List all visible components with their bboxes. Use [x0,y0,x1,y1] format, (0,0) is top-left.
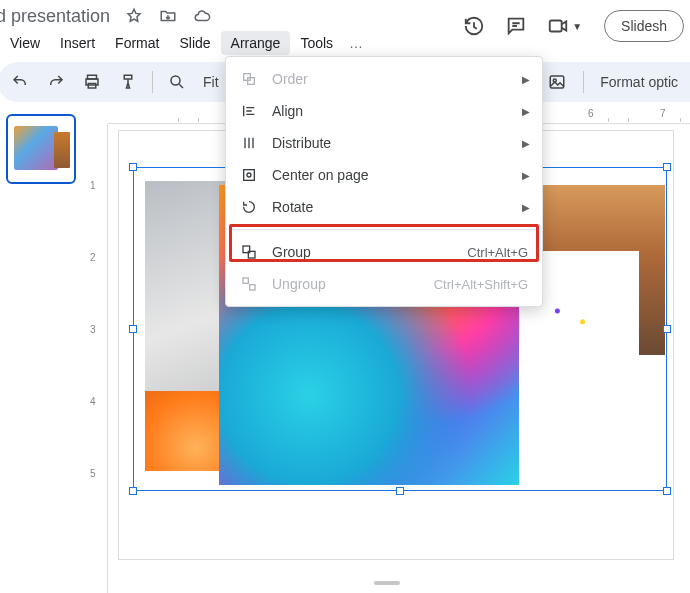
arrange-menu: Order ▶ Align ▶ Distribute ▶ Center on p… [225,56,543,307]
toolbar-separator [152,71,153,93]
video-icon [546,14,570,38]
zoom-label[interactable]: Fit [199,74,223,90]
distribute-icon [240,134,258,152]
svg-point-4 [171,76,180,85]
ungroup-icon [240,275,258,293]
redo-icon[interactable] [42,68,70,96]
ruler-tick: 6 [588,108,594,119]
svg-rect-0 [550,21,562,32]
svg-rect-13 [243,278,248,283]
slide-thumbnails-panel [0,104,84,593]
slide-pager-handle[interactable] [374,581,400,585]
menu-item-ungroup: Ungroup Ctrl+Alt+Shift+G [226,268,542,300]
svg-rect-9 [244,170,255,181]
menu-item-label: Ungroup [272,276,326,292]
menu-item-label: Rotate [272,199,313,215]
doc-title[interactable]: d presentation [0,6,110,27]
star-icon[interactable] [124,6,144,26]
history-icon[interactable] [462,14,486,38]
menu-item-label: Align [272,103,303,119]
resize-handle-nw[interactable] [129,163,137,171]
ruler-tick: 3 [90,324,96,335]
menu-arrange[interactable]: Arrange [221,31,291,55]
menu-item-align[interactable]: Align ▶ [226,95,542,127]
menu-item-shortcut: Ctrl+Alt+Shift+G [434,277,528,292]
vertical-ruler: 1 2 3 4 5 [84,124,108,593]
group-icon [240,243,258,261]
submenu-arrow-icon: ▶ [522,138,530,149]
submenu-arrow-icon: ▶ [522,170,530,181]
submenu-arrow-icon: ▶ [522,202,530,213]
resize-handle-se[interactable] [663,487,671,495]
undo-icon[interactable] [6,68,34,96]
paint-format-icon[interactable] [114,68,142,96]
resize-handle-s[interactable] [396,487,404,495]
ruler-tick: 5 [90,468,96,479]
menu-item-order[interactable]: Order ▶ [226,63,542,95]
menu-insert[interactable]: Insert [50,31,105,55]
menu-item-center-on-page[interactable]: Center on page ▶ [226,159,542,191]
resize-handle-sw[interactable] [129,487,137,495]
move-folder-icon[interactable] [158,6,178,26]
thumbnail-preview [54,132,70,168]
menu-item-label: Order [272,71,308,87]
ruler-tick: 2 [90,252,96,263]
menu-separator [226,229,542,230]
zoom-icon[interactable] [163,68,191,96]
rotate-icon [240,198,258,216]
format-options-button[interactable]: Format optic [596,74,682,90]
align-icon [240,102,258,120]
menu-format[interactable]: Format [105,31,169,55]
menu-overflow[interactable]: … [343,31,369,55]
svg-rect-5 [550,76,564,88]
slide-thumbnail-1[interactable] [6,114,76,184]
ruler-tick: 4 [90,396,96,407]
menu-tools[interactable]: Tools [290,31,343,55]
thumbnail-preview [14,126,58,170]
menu-item-label: Center on page [272,167,369,183]
menu-slide[interactable]: Slide [169,31,220,55]
center-icon [240,166,258,184]
slideshow-button[interactable]: Slidesh [604,10,684,42]
submenu-arrow-icon: ▶ [522,74,530,85]
svg-rect-14 [250,285,255,290]
insert-image-icon[interactable] [543,68,571,96]
menu-item-distribute[interactable]: Distribute ▶ [226,127,542,159]
ruler-tick: 7 [660,108,666,119]
svg-point-10 [247,173,251,177]
cloud-status-icon[interactable] [192,6,212,26]
menu-item-rotate[interactable]: Rotate ▶ [226,191,542,223]
comments-icon[interactable] [504,14,528,38]
order-icon [240,70,258,88]
caret-down-icon: ▼ [572,21,582,32]
menu-view[interactable]: View [0,31,50,55]
menu-item-label: Distribute [272,135,331,151]
print-icon[interactable] [78,68,106,96]
title-right-controls: ▼ Slidesh [462,10,684,42]
resize-handle-w[interactable] [129,325,137,333]
present-dropdown[interactable]: ▼ [546,14,582,38]
submenu-arrow-icon: ▶ [522,106,530,117]
ruler-tick: 1 [90,180,96,191]
toolbar-separator [583,71,584,93]
menu-item-shortcut: Ctrl+Alt+G [467,245,528,260]
resize-handle-ne[interactable] [663,163,671,171]
resize-handle-e[interactable] [663,325,671,333]
menu-item-label: Group [272,244,311,260]
menu-item-group[interactable]: Group Ctrl+Alt+G [226,236,542,268]
